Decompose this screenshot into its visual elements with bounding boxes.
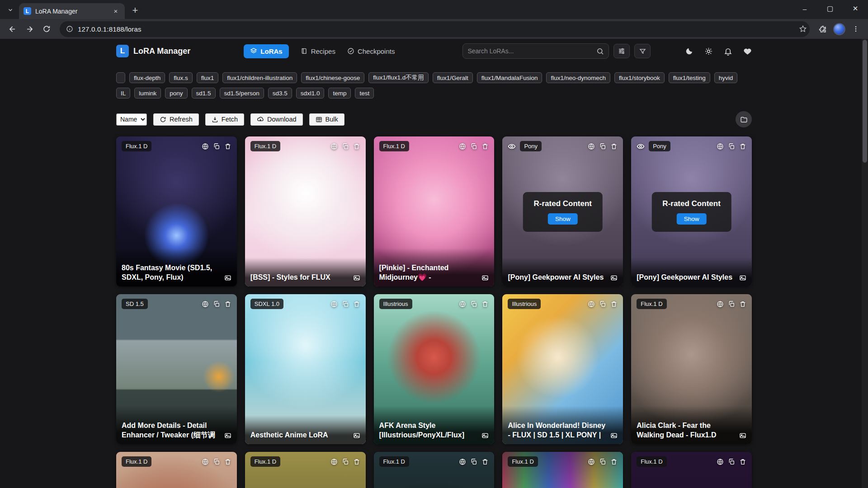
refresh-button[interactable]: Refresh [153, 113, 199, 126]
new-tab-button[interactable]: + [128, 4, 142, 17]
open-folder-button[interactable] [736, 111, 752, 127]
copy-icon[interactable] [342, 300, 349, 308]
download-button[interactable]: Download [250, 113, 303, 126]
civitai-link-icon[interactable] [330, 143, 338, 150]
copy-icon[interactable] [728, 300, 735, 308]
civitai-link-icon[interactable] [330, 458, 338, 465]
lora-card[interactable]: Illustrious AFK Arena Style [Illustrious… [374, 294, 495, 444]
civitai-link-icon[interactable] [202, 458, 209, 465]
page-scrollbar[interactable] [862, 39, 868, 488]
tag-pill[interactable]: hyvid [714, 72, 738, 83]
scrollbar-thumb[interactable] [863, 40, 867, 163]
delete-icon[interactable] [610, 300, 618, 308]
image-icon[interactable] [224, 432, 231, 439]
tag-pill[interactable]: flux1/flux1.d不常用 [368, 72, 429, 83]
delete-icon[interactable] [481, 300, 489, 308]
delete-icon[interactable] [224, 143, 231, 150]
copy-icon[interactable] [470, 300, 477, 308]
delete-icon[interactable] [739, 458, 746, 465]
tag-pill[interactable]: flux1/children-illustration [222, 72, 297, 83]
notifications-button[interactable] [724, 47, 732, 56]
delete-icon[interactable] [353, 143, 360, 150]
copy-icon[interactable] [213, 458, 220, 465]
delete-icon[interactable] [353, 458, 360, 465]
browser-menu-button[interactable] [848, 21, 863, 37]
lora-card[interactable]: Flux.1 D 80s Fantasy Movie (SD1.5, SDXL,… [116, 136, 237, 286]
lora-card[interactable]: Pony R-rated Content Show [Pony] Geekpow… [502, 136, 623, 286]
tag-pill[interactable]: flux1/neo-dynomech [546, 72, 610, 83]
filter-button[interactable] [634, 44, 651, 58]
copy-icon[interactable] [213, 300, 220, 308]
civitai-link-icon[interactable] [459, 300, 466, 308]
image-icon[interactable] [353, 274, 360, 282]
delete-icon[interactable] [739, 300, 746, 308]
copy-icon[interactable] [728, 143, 735, 150]
maximize-button[interactable]: ▢ [817, 0, 843, 17]
show-nsfw-button[interactable]: Show [677, 213, 707, 225]
lora-card[interactable]: Flux.1 D Alicia Clark - Fear the Walking… [631, 294, 752, 444]
lora-card[interactable]: Pony R-rated Content Show [Pony] Geekpow… [631, 136, 752, 286]
sort-select[interactable]: Name [116, 113, 147, 126]
copy-icon[interactable] [728, 458, 735, 465]
delete-icon[interactable] [224, 458, 231, 465]
civitai-link-icon[interactable] [717, 458, 724, 465]
civitai-link-icon[interactable] [459, 458, 466, 465]
reload-button[interactable] [39, 21, 54, 37]
tag-pill[interactable]: sd1.5/person [220, 88, 264, 99]
civitai-link-icon[interactable] [717, 143, 724, 150]
delete-icon[interactable] [739, 143, 746, 150]
eye-icon[interactable] [637, 142, 645, 150]
forward-button[interactable] [22, 21, 37, 37]
civitai-link-icon[interactable] [202, 300, 209, 308]
civitai-link-icon[interactable] [459, 143, 466, 150]
show-nsfw-button[interactable]: Show [548, 213, 578, 225]
browser-tab[interactable]: L LoRA Manager × [19, 3, 125, 19]
delete-icon[interactable] [481, 458, 489, 465]
tag-pill[interactable]: sd3.5 [268, 88, 292, 99]
image-icon[interactable] [353, 432, 360, 439]
tag-pill[interactable]: flux1/storybook [614, 72, 665, 83]
tag-pill[interactable]: flux1 [197, 72, 219, 83]
lora-card[interactable]: Flux.1 D [502, 452, 623, 488]
tag-pill[interactable]: IL [116, 88, 130, 99]
tag-pill[interactable]: lumink [134, 88, 161, 99]
copy-icon[interactable] [342, 458, 349, 465]
bulk-button[interactable]: Bulk [309, 113, 344, 126]
search-icon[interactable] [596, 47, 604, 55]
settings-button[interactable] [704, 47, 713, 56]
lora-card[interactable]: SD 1.5 Add More Details - Detail Enhance… [116, 294, 237, 444]
copy-icon[interactable] [599, 143, 606, 150]
eye-icon[interactable] [508, 142, 516, 150]
tab-search-button[interactable] [4, 3, 17, 17]
tag-pill[interactable]: flux1/Geralt [433, 72, 473, 83]
tag-pill[interactable]: flux-depth [129, 72, 165, 83]
image-icon[interactable] [610, 432, 618, 439]
image-icon[interactable] [481, 432, 489, 439]
nav-recipes[interactable]: Recipes [301, 47, 335, 55]
civitai-link-icon[interactable] [588, 458, 595, 465]
minimize-button[interactable]: – [792, 0, 817, 17]
civitai-link-icon[interactable] [588, 143, 595, 150]
image-icon[interactable] [481, 274, 489, 282]
address-bar[interactable]: 127.0.0.1:8188/loras [60, 21, 810, 37]
lora-card[interactable]: SDXL 1.0 Aesthetic Anime LoRA [245, 294, 366, 444]
nav-loras[interactable]: LoRAs [244, 44, 288, 58]
bookmark-star-icon[interactable] [799, 25, 807, 33]
copy-icon[interactable] [470, 458, 477, 465]
tag-pill[interactable]: flux.s [169, 72, 193, 83]
support-button[interactable] [743, 47, 752, 56]
tag-pill[interactable]: pony [165, 88, 187, 99]
tag-pill[interactable]: flux1/MandalaFusion [477, 72, 542, 83]
search-options-button[interactable] [613, 44, 630, 58]
lora-card[interactable]: Flux.1 D [631, 452, 752, 488]
civitai-link-icon[interactable] [202, 143, 209, 150]
lora-card[interactable]: Flux.1 D [245, 452, 366, 488]
lora-card[interactable]: Flux.1 D [116, 452, 237, 488]
search-input[interactable] [467, 47, 596, 55]
copy-icon[interactable] [213, 143, 220, 150]
image-icon[interactable] [739, 432, 746, 439]
tag-pill[interactable]: sdxl1.0 [296, 88, 325, 99]
tag-pill[interactable]: flux1/chinese-goose [301, 72, 364, 83]
delete-icon[interactable] [610, 458, 618, 465]
nav-checkpoints[interactable]: Checkpoints [347, 47, 395, 55]
